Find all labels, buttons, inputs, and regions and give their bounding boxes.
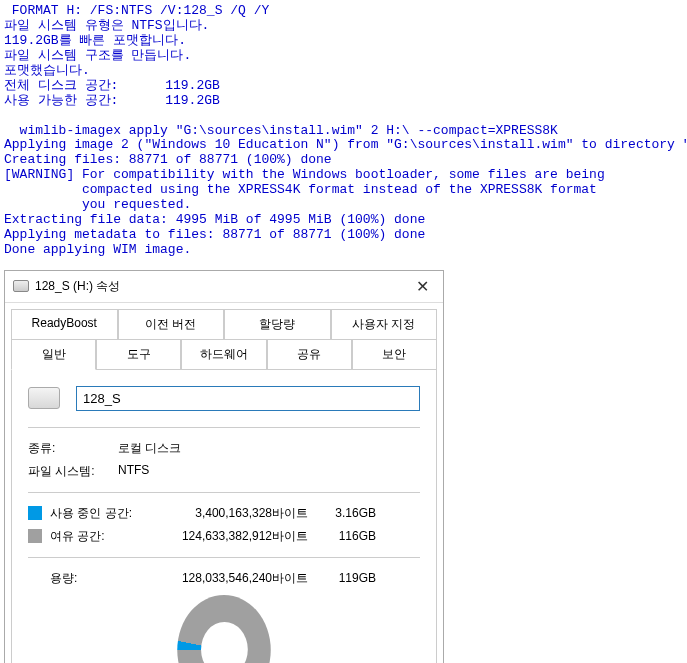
free-bytes: 124,633,382,912바이트 — [158, 528, 308, 545]
type-label: 종류: — [28, 440, 118, 457]
tabs-row-bottom: 일반 도구 하드웨어 공유 보안 — [5, 339, 443, 370]
tab-customize[interactable]: 사용자 지정 — [331, 309, 438, 339]
free-label: 여유 공간: — [50, 528, 150, 545]
volume-name-input[interactable] — [76, 386, 420, 411]
divider — [28, 557, 420, 558]
usage-donut-chart — [177, 595, 271, 663]
capacity-label: 용량: — [50, 570, 150, 587]
used-gb: 3.16GB — [316, 506, 376, 520]
tab-hardware[interactable]: 하드웨어 — [181, 339, 266, 370]
tab-previous-versions[interactable]: 이전 버전 — [118, 309, 225, 339]
tab-readyboost[interactable]: ReadyBoost — [11, 309, 118, 339]
capacity-bytes: 128,033,546,240바이트 — [158, 570, 308, 587]
tab-security[interactable]: 보안 — [352, 339, 437, 370]
tab-sharing[interactable]: 공유 — [267, 339, 352, 370]
dialog-title: 128_S (H:) 속성 — [35, 278, 410, 295]
tab-quota[interactable]: 할당량 — [224, 309, 331, 339]
console-output: FORMAT H: /FS:NTFS /V:128_S /Q /Y 파일 시스템… — [0, 0, 687, 262]
type-value: 로컬 디스크 — [118, 440, 181, 457]
divider — [28, 427, 420, 428]
drive-icon — [13, 280, 29, 292]
free-gb: 116GB — [316, 529, 376, 543]
tab-tools[interactable]: 도구 — [96, 339, 181, 370]
used-swatch — [28, 506, 42, 520]
used-label: 사용 중인 공간: — [50, 505, 150, 522]
properties-dialog: 128_S (H:) 속성 ✕ ReadyBoost 이전 버전 할당량 사용자… — [4, 270, 444, 663]
tab-general[interactable]: 일반 — [11, 339, 96, 370]
capacity-gb: 119GB — [316, 571, 376, 585]
tabs-row-top: ReadyBoost 이전 버전 할당량 사용자 지정 — [5, 303, 443, 339]
filesystem-value: NTFS — [118, 463, 149, 480]
filesystem-label: 파일 시스템: — [28, 463, 118, 480]
title-bar: 128_S (H:) 속성 ✕ — [5, 271, 443, 303]
drive-icon-large — [28, 387, 60, 409]
used-bytes: 3,400,163,328바이트 — [158, 505, 308, 522]
tab-content: 종류: 로컬 디스크 파일 시스템: NTFS 사용 중인 공간: 3,400,… — [11, 369, 437, 663]
close-button[interactable]: ✕ — [410, 277, 435, 296]
divider — [28, 492, 420, 493]
free-swatch — [28, 529, 42, 543]
